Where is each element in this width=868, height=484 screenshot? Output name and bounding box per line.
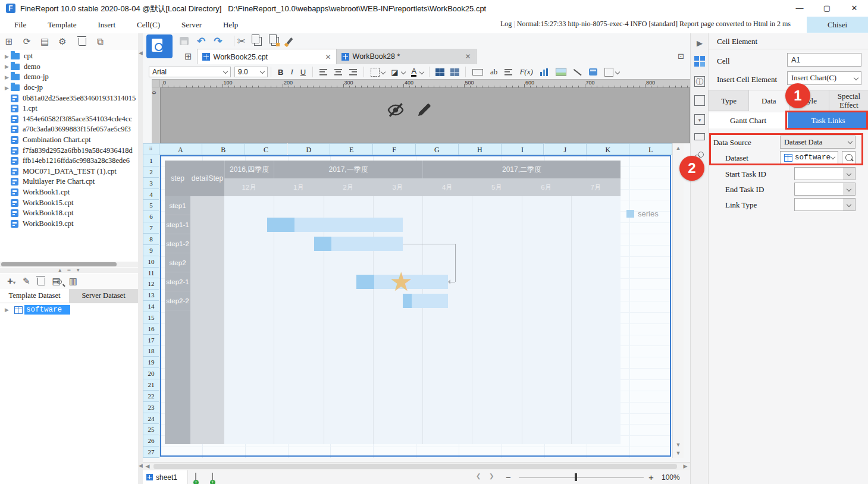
- menu-file[interactable]: File: [4, 17, 37, 33]
- tab-data[interactable]: Data: [748, 90, 789, 111]
- insert-image-icon[interactable]: [556, 68, 566, 76]
- italic-button[interactable]: I: [290, 67, 293, 77]
- column-header-I[interactable]: I: [502, 143, 544, 155]
- row-header-10[interactable]: 10: [143, 256, 159, 268]
- column-header-L[interactable]: L: [629, 143, 672, 155]
- row-header-6[interactable]: 6: [143, 211, 159, 222]
- prev-page-icon[interactable]: ❮: [476, 473, 481, 479]
- data-source-combo[interactable]: Dataset Data: [780, 136, 856, 149]
- underline-button[interactable]: U: [300, 68, 306, 77]
- expander-icon[interactable]: ▶: [5, 74, 11, 80]
- row-header-23[interactable]: 23: [143, 402, 159, 413]
- font-color-icon[interactable]: A: [411, 68, 416, 77]
- tree-folder-demo-jp[interactable]: ▶demo-jp: [0, 72, 138, 83]
- tree-file[interactable]: Multilayer Pie Chart.cpt: [0, 177, 138, 187]
- fill-color-icon[interactable]: ◪: [391, 68, 398, 77]
- dataset-item-software[interactable]: ▶ software: [0, 304, 138, 315]
- condition-attributes-icon[interactable]: [694, 133, 705, 140]
- row-header-22[interactable]: 22: [143, 391, 159, 402]
- tab-type[interactable]: Type: [709, 90, 749, 111]
- tree-file[interactable]: MOC071_DATA_TEST (1).cpt: [0, 166, 138, 177]
- dataset-combo[interactable]: software: [780, 151, 838, 164]
- tree-file[interactable]: ffb14eb1216ffda6c9983a28c38ede6: [0, 156, 138, 166]
- row-header-12[interactable]: 12: [143, 278, 159, 290]
- select-all-corner[interactable]: ⠿: [143, 143, 159, 155]
- subtab-gantt-chart[interactable]: Gantt Chart: [709, 112, 788, 128]
- copy-icon[interactable]: [254, 37, 262, 46]
- connection-config-icon[interactable]: ▥: [69, 276, 77, 287]
- close-tab-icon[interactable]: ✕: [325, 53, 331, 61]
- float-element-icon[interactable]: [694, 95, 705, 106]
- scroll-up-icon[interactable]: ▲: [673, 143, 684, 153]
- tree-file[interactable]: WorkBook1.cpt: [0, 187, 138, 198]
- minimize-button[interactable]: —: [786, 0, 813, 17]
- collapse-panel-icon[interactable]: ▶: [694, 38, 705, 49]
- tree-file[interactable]: WorkBook19.cpt: [0, 219, 138, 230]
- column-header-G[interactable]: G: [416, 143, 459, 155]
- expander-icon[interactable]: ▶: [5, 64, 11, 70]
- scroll-left-icon[interactable]: ◀: [143, 463, 152, 470]
- unmerge-cells-icon[interactable]: [450, 68, 459, 76]
- tree-folder-cpt[interactable]: ▶cpt: [0, 51, 138, 62]
- row-header-20[interactable]: 20: [143, 368, 159, 379]
- scroll-right-icon[interactable]: ▶: [681, 463, 690, 470]
- row-header-14[interactable]: 14: [143, 301, 159, 312]
- scrollbar-thumb[interactable]: [153, 464, 677, 469]
- field-combo-end-task-id[interactable]: [794, 183, 856, 196]
- cell-element-panel-icon[interactable]: [694, 56, 705, 67]
- field-combo-start-task-id[interactable]: [794, 167, 856, 180]
- tree-file[interactable]: Combination Chart.cpt: [0, 135, 138, 146]
- rich-text-icon[interactable]: ab: [490, 67, 497, 77]
- tree-folder-demo[interactable]: ▶demo: [0, 62, 138, 73]
- tree-file[interactable]: f7fa839d2952a6fbb19a58c4936418d: [0, 145, 138, 156]
- collapse-left-bottom-icon[interactable]: ◀: [139, 463, 143, 469]
- row-header-15[interactable]: 15: [143, 312, 159, 323]
- zoom-in-icon[interactable]: +: [648, 472, 654, 482]
- collapse-left-icon[interactable]: ◀: [139, 50, 143, 56]
- canvas-vertical-scrollbar[interactable]: ▲ ▼ ▼: [672, 143, 684, 458]
- column-header-H[interactable]: H: [459, 143, 502, 155]
- formula-icon[interactable]: F(x): [519, 67, 532, 77]
- row-header-26[interactable]: 26: [143, 435, 159, 447]
- undo-icon[interactable]: ↶: [197, 35, 205, 48]
- field-combo-link-type[interactable]: [794, 198, 856, 211]
- menu-insert[interactable]: Insert: [87, 17, 126, 33]
- tree-view-icon[interactable]: ▤: [36, 33, 54, 50]
- row-header-19[interactable]: 19: [143, 357, 159, 368]
- column-header-B[interactable]: B: [202, 143, 245, 155]
- maximize-button[interactable]: ▢: [813, 0, 841, 17]
- bold-button[interactable]: B: [278, 68, 283, 77]
- menu-cellc[interactable]: Cell(C): [126, 17, 171, 33]
- next-page-icon[interactable]: ❯: [489, 473, 494, 479]
- font-family-combo[interactable]: Arial: [149, 67, 231, 77]
- column-header-F[interactable]: F: [373, 143, 416, 155]
- menu-help[interactable]: Help: [212, 17, 249, 33]
- tree-folder-doc-jp[interactable]: ▶doc-jp: [0, 83, 138, 93]
- row-header-21[interactable]: 21: [143, 379, 159, 391]
- cut-icon[interactable]: ✂: [237, 35, 246, 48]
- row-header-25[interactable]: 25: [143, 424, 159, 435]
- row-header-18[interactable]: 18: [143, 345, 159, 357]
- row-header-27[interactable]: 27: [143, 447, 159, 458]
- settings-gear-icon[interactable]: ⚙: [54, 33, 71, 50]
- tree-horizontal-scrollbar[interactable]: [0, 262, 138, 267]
- border-icon[interactable]: [371, 68, 380, 77]
- row-header-4[interactable]: 4: [143, 189, 159, 200]
- row-header-7[interactable]: 7: [143, 222, 159, 234]
- widget-settings-icon[interactable]: ▾: [694, 114, 705, 125]
- align-center-icon[interactable]: [334, 69, 342, 76]
- tab-workbook28[interactable]: WorkBook28 * ✕: [337, 49, 477, 64]
- preview-dataset-icon[interactable]: ▤: [52, 276, 62, 287]
- row-header-9[interactable]: 9: [143, 245, 159, 256]
- tree-file[interactable]: 1.cpt: [0, 103, 138, 114]
- new-folder-icon[interactable]: ⊞: [0, 33, 18, 50]
- edit-dataset-icon[interactable]: ✎: [23, 276, 30, 287]
- row-header-5[interactable]: 5: [143, 200, 159, 211]
- column-header-K[interactable]: K: [587, 143, 629, 155]
- merge-cells-icon[interactable]: [435, 68, 444, 76]
- row-header-17[interactable]: 17: [143, 335, 159, 346]
- column-header-J[interactable]: J: [544, 143, 587, 155]
- paragraph-icon[interactable]: [504, 69, 512, 76]
- menu-server[interactable]: Server: [171, 17, 212, 33]
- insert-line-icon[interactable]: [574, 68, 582, 76]
